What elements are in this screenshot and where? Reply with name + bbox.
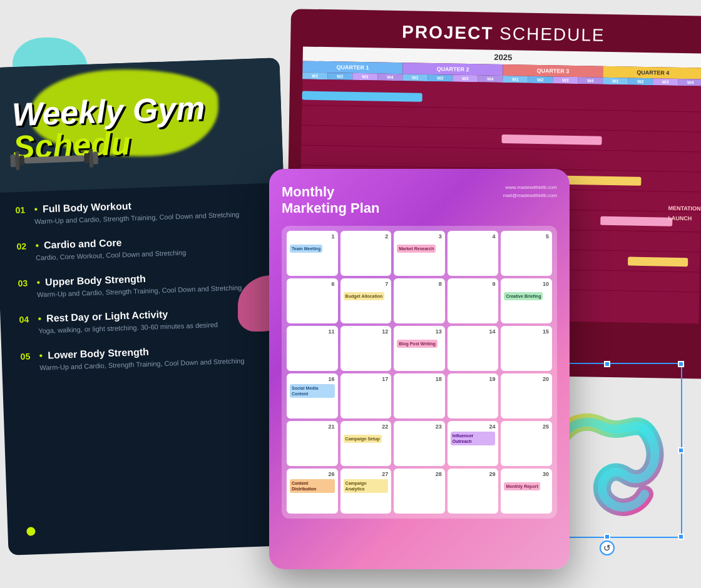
cal-num-25: 25 [504, 423, 549, 430]
cal-cell-11: 11 [287, 326, 338, 371]
cal-num-11: 11 [290, 328, 335, 335]
week-4: W4 [377, 74, 402, 81]
gantt-bar-3 [501, 134, 601, 145]
cal-num-18: 18 [397, 376, 442, 382]
gym-item-5-dot: • [39, 350, 43, 361]
gym-item-1: 01 • Full Body Workout Warm-Up and Cardi… [15, 196, 272, 228]
cal-num-30: 30 [504, 471, 549, 477]
cal-tag-22: Campaign Setup [344, 435, 382, 443]
cal-cell-27: 27 Campaign Analytics [340, 469, 392, 514]
gym-item-1-dot: • [34, 204, 38, 215]
gym-items-list: 01 • Full Body Workout Warm-Up and Cardi… [15, 196, 278, 387]
gym-item-3-dot: • [36, 277, 40, 288]
week-10: W2 [528, 76, 553, 84]
cal-tag-24: Influencer Outreach [451, 432, 496, 445]
cal-cell-14: 14 [448, 326, 499, 371]
gym-item-1-num: 01 [15, 205, 29, 215]
marketing-plan-card: Monthly Marketing Plan www.madewithkitti… [269, 169, 570, 569]
gym-item-1-title: Full Body Workout [43, 201, 131, 215]
cal-num-17: 17 [344, 376, 389, 382]
cal-cell-28: 28 [394, 469, 445, 514]
cal-cell-10: 10 Creative Briefing [501, 278, 552, 323]
cal-num-10: 10 [504, 281, 549, 287]
cal-tag-10: Creative Briefing [504, 292, 543, 300]
marketing-calendar: 1 Team Meeting 2 3 Market Research 4 5 [282, 226, 557, 519]
week-8: W4 [478, 75, 503, 83]
project-title-bold: PROJECT [402, 22, 494, 43]
cal-tag-7: Budget Allocation [344, 292, 385, 300]
cal-num-23: 23 [397, 423, 442, 430]
cal-num-2: 2 [344, 233, 389, 240]
cal-num-22: 22 [344, 423, 389, 430]
marketing-contact: www.madewithkitti.com mail@madewithkitti… [503, 184, 557, 200]
cal-cell-30: 30 Monthly Report [501, 469, 552, 514]
marketing-email: mail@madewithkitti.com [503, 192, 557, 200]
week-6: W2 [427, 74, 453, 82]
svg-rect-6 [93, 151, 98, 164]
week-2: W2 [327, 73, 352, 80]
cal-cell-13: 13 Blog Post Writing [394, 326, 445, 371]
cal-num-5: 5 [504, 233, 549, 240]
cal-num-28: 28 [397, 471, 442, 477]
week-12: W4 [578, 77, 603, 84]
cal-cell-5: 5 [501, 231, 552, 276]
gym-item-3-num: 03 [18, 278, 32, 288]
cal-cell-6: 6 [287, 278, 338, 323]
cal-cell-17: 17 [340, 373, 392, 418]
gantt-bar-5 [561, 175, 641, 185]
cal-tag-3: Market Research [397, 245, 436, 253]
cal-tag-26: Content Distribution [290, 479, 335, 493]
handle-middle-right[interactable] [678, 447, 684, 454]
cal-num-9: 9 [451, 281, 496, 287]
cal-cell-22: 22 Campaign Setup [340, 421, 392, 466]
week-1: W1 [302, 72, 327, 79]
cal-num-21: 21 [290, 423, 335, 430]
svg-rect-3 [24, 155, 84, 163]
cal-num-7: 7 [344, 281, 389, 287]
barbell-icon [4, 139, 105, 180]
gym-item-2-title: Cardio and Core [44, 238, 122, 251]
cal-cell-16: 16 Social Media Content [287, 373, 338, 418]
cal-num-16: 16 [290, 376, 335, 382]
cal-num-26: 26 [290, 471, 335, 477]
cal-cell-9: 9 [448, 278, 499, 323]
svg-rect-5 [89, 149, 93, 168]
cal-cell-8: 8 [394, 278, 445, 323]
marketing-header: Monthly Marketing Plan www.madewithkitti… [282, 184, 557, 217]
gantt-bar-7 [600, 216, 672, 226]
cal-tag-30: Monthly Report [504, 482, 540, 490]
week-9: W1 [503, 76, 528, 83]
cal-num-24: 24 [451, 423, 496, 430]
handle-bottom-right[interactable] [678, 534, 684, 540]
cal-num-15: 15 [504, 328, 549, 335]
cal-cell-1: 1 Team Meeting [287, 231, 338, 276]
cal-cell-7: 7 Budget Allocation [340, 278, 392, 323]
cal-cell-15: 15 [501, 326, 552, 371]
gym-dot-decoration [26, 527, 35, 535]
cal-num-4: 4 [451, 233, 496, 240]
cal-cell-4: 4 [448, 231, 499, 276]
marketing-website: www.madewithkitti.com [503, 184, 557, 192]
handle-bottom-middle[interactable] [604, 534, 610, 540]
rotate-handle[interactable]: ↺ [600, 540, 615, 555]
week-15: W3 [653, 78, 678, 86]
cal-cell-19: 19 [448, 373, 499, 418]
cal-cell-12: 12 [340, 326, 392, 371]
cal-num-20: 20 [504, 376, 549, 382]
marketing-title: Monthly Marketing Plan [282, 184, 379, 217]
svg-rect-0 [10, 155, 16, 167]
cal-num-3: 3 [397, 233, 442, 240]
gym-item-5-title: Lower Body Strength [48, 346, 149, 361]
marketing-title-line2: Marketing Plan [282, 200, 379, 216]
cal-tag-13: Blog Post Writing [397, 340, 437, 348]
marketing-title-line1: Monthly [282, 184, 379, 200]
cal-num-13: 13 [397, 328, 442, 335]
cal-cell-24: 24 Influencer Outreach [448, 421, 499, 466]
week-7: W3 [453, 75, 478, 83]
scene: Weekly Gym Schedu 01 • Full Body Workout… [0, 0, 701, 588]
svg-rect-4 [84, 153, 90, 163]
gym-item-5: 05 • Lower Body Strength Warm-Up and Car… [20, 342, 277, 373]
cal-cell-18: 18 [394, 373, 445, 418]
calendar-grid: 1 Team Meeting 2 3 Market Research 4 5 [287, 231, 552, 514]
gym-item-3: 03 • Upper Body Strength Warm-Up and Car… [18, 268, 275, 300]
